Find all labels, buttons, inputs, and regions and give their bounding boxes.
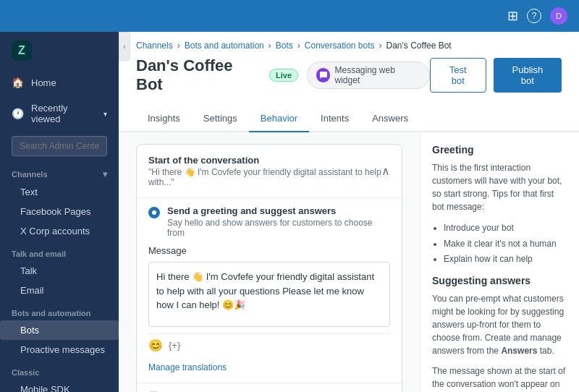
channel-label: Messaging web widget (334, 65, 420, 85)
main-content: Channels › Bots and automation › Bots › … (119, 0, 579, 392)
channels-collapse-icon[interactable]: ▾ (103, 169, 107, 179)
sidebar-home-label: Home (31, 77, 56, 88)
radio-option-text: Send a greeting and suggest answers Say … (167, 205, 390, 238)
suggesting-text-2: The message shown at the start of the co… (432, 365, 567, 392)
channel-badge: Messaging web widget (307, 61, 430, 89)
topbar: ⊞ ? D (0, 0, 579, 32)
sidebar: Z 🏠 Home 🕐 Recently viewed ▾ Channels ▾ … (0, 0, 119, 392)
chevron-down-icon: ▾ (103, 110, 107, 118)
right-panel: Greeting This is the first interaction c… (420, 132, 579, 392)
radio-option-greeting[interactable]: Send a greeting and suggest answers Say … (137, 198, 402, 245)
sidebar-recently-viewed-label: Recently viewed (31, 103, 96, 124)
sidebar-section-channels: Channels ▾ (0, 161, 119, 182)
tab-behavior[interactable]: Behavior (249, 106, 309, 132)
breadcrumb-sep-2: › (269, 41, 271, 51)
manage-translations-link[interactable]: Manage translations (148, 362, 390, 372)
sidebar-item-home[interactable]: 🏠 Home (0, 69, 119, 95)
sidebar-section-talk-email: Talk and email (0, 241, 119, 261)
card-header-left: Start of the conversation "Hi there 👋 I'… (148, 155, 381, 187)
breadcrumb-sep-1: › (177, 41, 180, 51)
radio-circle (148, 207, 160, 218)
radio-description: Say hello and show answers for customers… (167, 218, 390, 238)
suggesting-text-1: You can pre-empt what customers might be… (432, 292, 567, 357)
breadcrumb-sep-3: › (297, 41, 300, 51)
left-panel: Start of the conversation "Hi there 👋 I'… (119, 132, 420, 392)
tab-answers[interactable]: Answers (360, 106, 420, 132)
main-layout: Start of the conversation "Hi there 👋 I'… (119, 132, 579, 392)
tab-settings[interactable]: Settings (192, 106, 249, 132)
sidebar-section-bots-automation: Bots and automation (0, 300, 119, 320)
tips-list: Introduce your bot Make it clear it's no… (432, 221, 567, 268)
sidebar-item-bots[interactable]: Bots (0, 320, 119, 340)
emoji-icon[interactable]: 😊 (148, 338, 163, 352)
sidebar-collapse-button[interactable]: ‹ (119, 32, 130, 61)
sidebar-item-talk[interactable]: Talk (0, 261, 119, 281)
sidebar-section-classic: Classic (0, 359, 119, 380)
answers-bold: Answers (501, 346, 537, 356)
radio-label: Send a greeting and suggest answers (167, 205, 336, 216)
sidebar-item-text[interactable]: Text (0, 182, 119, 202)
card-collapse-icon[interactable]: ∧ (381, 164, 390, 178)
sidebar-item-facebook-pages[interactable]: Facebook Pages (0, 202, 119, 221)
breadcrumb-bots-automation[interactable]: Bots and automation (185, 41, 264, 51)
message-textarea[interactable]: Hi there 👋 I'm Covfefe your friendly dig… (148, 262, 390, 327)
tabs: Insights Settings Behavior Intents Answe… (119, 106, 579, 132)
channel-icon (316, 68, 330, 82)
page-header-left: Dan's Coffee Bot Live Messaging web widg… (136, 56, 430, 94)
message-actions: 😊 {+} (148, 333, 390, 357)
page-header-right: Test bot Publish bot (430, 58, 562, 93)
live-badge: Live (269, 69, 298, 82)
conversation-card: Start of the conversation "Hi there 👋 I'… (136, 144, 402, 392)
breadcrumb-conversation-bots[interactable]: Conversation bots (305, 41, 375, 51)
publish-bot-button[interactable]: Publish bot (494, 58, 562, 93)
page-header: Dan's Coffee Bot Live Messaging web widg… (119, 51, 579, 106)
sidebar-item-mobile-sdk[interactable]: Mobile SDK (0, 380, 119, 392)
chevron-left-icon: ‹ (123, 43, 125, 51)
card-title: Start of the conversation (148, 155, 381, 166)
breadcrumb-current: Dan's Coffee Bot (386, 41, 452, 51)
breadcrumb-channels[interactable]: Channels (136, 41, 173, 51)
tab-intents[interactable]: Intents (309, 106, 360, 132)
tip-3: Explain how it can help (444, 252, 567, 268)
sidebar-item-x-corp-accounts[interactable]: X Corp accounts (0, 221, 119, 241)
tip-1: Introduce your bot (444, 221, 567, 237)
search-input[interactable] (12, 136, 107, 156)
page-title: Dan's Coffee Bot (136, 56, 261, 94)
breadcrumb: Channels › Bots and automation › Bots › … (119, 32, 579, 51)
tip-2: Make it clear it's not a human (444, 237, 567, 252)
apps-grid-icon[interactable]: ⊞ (507, 8, 518, 24)
home-icon: 🏠 (12, 77, 24, 88)
message-section: Message Hi there 👋 I'm Covfefe your frie… (137, 245, 402, 383)
breadcrumb-bots[interactable]: Bots (276, 41, 293, 51)
help-icon[interactable]: ? (527, 9, 541, 23)
sidebar-item-email[interactable]: Email (0, 281, 119, 300)
breadcrumb-sep-4: › (379, 41, 382, 51)
greeting-text: This is the first interaction customers … (432, 161, 567, 213)
card-header: Start of the conversation "Hi there 👋 I'… (137, 145, 402, 198)
sidebar-item-recently-viewed[interactable]: 🕐 Recently viewed ▾ (0, 95, 119, 132)
greeting-title: Greeting (432, 144, 567, 155)
suggesting-title: Suggesting answers (432, 275, 567, 286)
add-variable-btn[interactable]: {+} (169, 340, 180, 351)
sidebar-item-proactive-messages[interactable]: Proactive messages (0, 340, 119, 359)
card-subtitle: "Hi there 👋 I'm Covfefe your friendly di… (148, 167, 381, 187)
clock-icon: 🕐 (12, 108, 24, 119)
tab-insights[interactable]: Insights (136, 106, 192, 132)
user-avatar-icon[interactable]: D (550, 7, 567, 25)
test-bot-button[interactable]: Test bot (430, 58, 486, 93)
generate-variations-row: Generate variations (137, 383, 402, 392)
message-label: Message (148, 245, 390, 256)
